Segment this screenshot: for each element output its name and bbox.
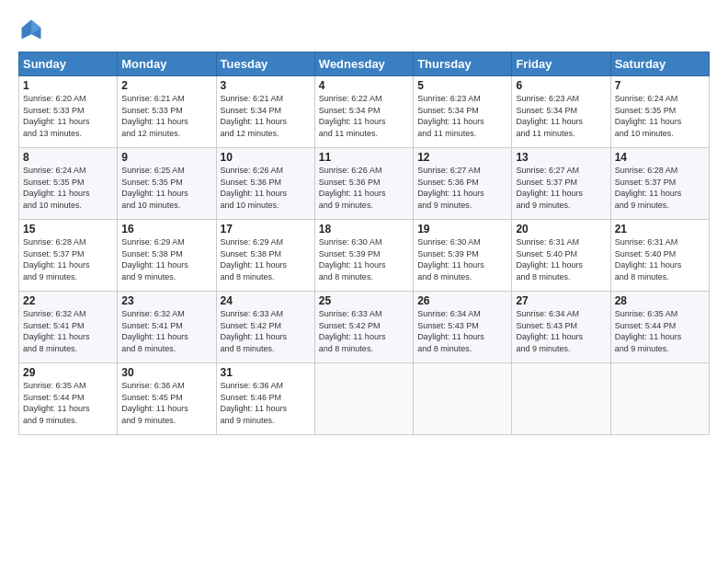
calendar-cell: 16Sunrise: 6:29 AMSunset: 5:38 PMDayligh… [118,220,216,292]
calendar-cell: 2Sunrise: 6:21 AMSunset: 5:33 PMDaylight… [118,76,216,148]
day-info: Sunrise: 6:26 AMSunset: 5:36 PMDaylight:… [221,165,311,211]
calendar-cell: 24Sunrise: 6:33 AMSunset: 5:42 PMDayligh… [216,292,314,363]
day-info: Sunrise: 6:27 AMSunset: 5:36 PMDaylight:… [417,165,507,211]
day-number: 26 [417,294,507,307]
calendar-cell: 6Sunrise: 6:23 AMSunset: 5:34 PMDaylight… [512,76,610,148]
calendar-day-header: Saturday [610,52,709,76]
calendar-cell: 13Sunrise: 6:27 AMSunset: 5:37 PMDayligh… [512,148,610,220]
day-info: Sunrise: 6:36 AMSunset: 5:46 PMDaylight:… [221,380,311,426]
calendar-cell: 26Sunrise: 6:34 AMSunset: 5:43 PMDayligh… [414,292,512,363]
calendar-cell: 8Sunrise: 6:24 AMSunset: 5:35 PMDaylight… [19,148,118,220]
calendar-cell: 18Sunrise: 6:30 AMSunset: 5:39 PMDayligh… [314,220,413,292]
calendar-cell [414,363,512,435]
day-number: 16 [121,223,211,236]
day-info: Sunrise: 6:35 AMSunset: 5:44 PMDaylight:… [23,380,113,426]
day-number: 10 [221,151,311,164]
day-number: 27 [516,294,606,307]
day-number: 2 [121,79,211,92]
calendar-cell [610,363,709,435]
calendar-cell: 15Sunrise: 6:28 AMSunset: 5:37 PMDayligh… [19,220,118,292]
day-number: 6 [516,79,606,92]
day-number: 18 [319,223,409,236]
calendar-cell: 3Sunrise: 6:21 AMSunset: 5:34 PMDaylight… [216,76,314,148]
calendar-table: SundayMondayTuesdayWednesdayThursdayFrid… [18,52,710,435]
day-number: 3 [221,79,311,92]
calendar-cell: 19Sunrise: 6:30 AMSunset: 5:39 PMDayligh… [414,220,512,292]
day-info: Sunrise: 6:23 AMSunset: 5:34 PMDaylight:… [516,93,606,139]
calendar-day-header: Tuesday [216,52,314,76]
calendar-header-row: SundayMondayTuesdayWednesdayThursdayFrid… [19,52,710,76]
day-number: 24 [221,294,311,307]
day-number: 12 [417,151,507,164]
calendar-week-row: 29Sunrise: 6:35 AMSunset: 5:44 PMDayligh… [19,363,710,435]
calendar-cell: 17Sunrise: 6:29 AMSunset: 5:38 PMDayligh… [216,220,314,292]
calendar-cell: 28Sunrise: 6:35 AMSunset: 5:44 PMDayligh… [610,292,709,363]
calendar-week-row: 15Sunrise: 6:28 AMSunset: 5:37 PMDayligh… [19,220,710,292]
day-number: 13 [516,151,606,164]
day-number: 8 [23,151,113,164]
calendar-week-row: 8Sunrise: 6:24 AMSunset: 5:35 PMDaylight… [19,148,710,220]
day-number: 1 [23,79,113,92]
calendar-week-row: 22Sunrise: 6:32 AMSunset: 5:41 PMDayligh… [19,292,710,363]
day-info: Sunrise: 6:33 AMSunset: 5:42 PMDaylight:… [319,308,409,354]
calendar-cell: 29Sunrise: 6:35 AMSunset: 5:44 PMDayligh… [19,363,118,435]
calendar-week-row: 1Sunrise: 6:20 AMSunset: 5:33 PMDaylight… [19,76,710,148]
day-info: Sunrise: 6:29 AMSunset: 5:38 PMDaylight:… [221,236,311,282]
calendar-cell: 23Sunrise: 6:32 AMSunset: 5:41 PMDayligh… [118,292,216,363]
calendar-cell: 25Sunrise: 6:33 AMSunset: 5:42 PMDayligh… [314,292,413,363]
day-number: 7 [615,79,705,92]
day-info: Sunrise: 6:27 AMSunset: 5:37 PMDaylight:… [516,165,606,211]
day-info: Sunrise: 6:34 AMSunset: 5:43 PMDaylight:… [417,308,507,354]
calendar-cell: 31Sunrise: 6:36 AMSunset: 5:46 PMDayligh… [216,363,314,435]
day-info: Sunrise: 6:22 AMSunset: 5:34 PMDaylight:… [319,93,409,139]
calendar-cell: 11Sunrise: 6:26 AMSunset: 5:36 PMDayligh… [314,148,413,220]
logo-icon [18,17,44,42]
logo [18,17,48,42]
day-info: Sunrise: 6:31 AMSunset: 5:40 PMDaylight:… [516,236,606,282]
day-number: 9 [121,151,211,164]
day-number: 29 [23,366,113,379]
day-number: 22 [23,294,113,307]
day-number: 20 [516,223,606,236]
day-info: Sunrise: 6:24 AMSunset: 5:35 PMDaylight:… [615,93,705,139]
day-number: 30 [121,366,211,379]
day-info: Sunrise: 6:26 AMSunset: 5:36 PMDaylight:… [319,165,409,211]
day-number: 17 [221,223,311,236]
day-info: Sunrise: 6:21 AMSunset: 5:33 PMDaylight:… [121,93,211,139]
day-info: Sunrise: 6:31 AMSunset: 5:40 PMDaylight:… [615,236,705,282]
calendar-cell: 7Sunrise: 6:24 AMSunset: 5:35 PMDaylight… [610,76,709,148]
calendar-cell: 4Sunrise: 6:22 AMSunset: 5:34 PMDaylight… [314,76,413,148]
day-number: 31 [221,366,311,379]
calendar-cell: 22Sunrise: 6:32 AMSunset: 5:41 PMDayligh… [19,292,118,363]
calendar-cell: 30Sunrise: 6:36 AMSunset: 5:45 PMDayligh… [118,363,216,435]
day-number: 21 [615,223,705,236]
day-number: 25 [319,294,409,307]
calendar-cell [314,363,413,435]
calendar-cell: 14Sunrise: 6:28 AMSunset: 5:37 PMDayligh… [610,148,709,220]
day-info: Sunrise: 6:36 AMSunset: 5:45 PMDaylight:… [121,380,211,426]
calendar-cell: 9Sunrise: 6:25 AMSunset: 5:35 PMDaylight… [118,148,216,220]
day-info: Sunrise: 6:30 AMSunset: 5:39 PMDaylight:… [417,236,507,282]
calendar-day-header: Thursday [414,52,512,76]
day-info: Sunrise: 6:20 AMSunset: 5:33 PMDaylight:… [23,93,113,139]
day-info: Sunrise: 6:32 AMSunset: 5:41 PMDaylight:… [23,308,113,354]
page: SundayMondayTuesdayWednesdayThursdayFrid… [0,0,728,563]
day-info: Sunrise: 6:33 AMSunset: 5:42 PMDaylight:… [221,308,311,354]
calendar-cell: 20Sunrise: 6:31 AMSunset: 5:40 PMDayligh… [512,220,610,292]
day-info: Sunrise: 6:23 AMSunset: 5:34 PMDaylight:… [417,93,507,139]
day-info: Sunrise: 6:30 AMSunset: 5:39 PMDaylight:… [319,236,409,282]
day-info: Sunrise: 6:24 AMSunset: 5:35 PMDaylight:… [23,165,113,211]
calendar-cell: 10Sunrise: 6:26 AMSunset: 5:36 PMDayligh… [216,148,314,220]
day-number: 14 [615,151,705,164]
day-info: Sunrise: 6:25 AMSunset: 5:35 PMDaylight:… [121,165,211,211]
calendar-cell [512,363,610,435]
day-info: Sunrise: 6:21 AMSunset: 5:34 PMDaylight:… [221,93,311,139]
day-info: Sunrise: 6:28 AMSunset: 5:37 PMDaylight:… [23,236,113,282]
calendar-day-header: Wednesday [314,52,413,76]
day-number: 4 [319,79,409,92]
day-number: 28 [615,294,705,307]
day-number: 15 [23,223,113,236]
calendar-cell: 5Sunrise: 6:23 AMSunset: 5:34 PMDaylight… [414,76,512,148]
calendar-day-header: Sunday [19,52,118,76]
calendar-cell: 1Sunrise: 6:20 AMSunset: 5:33 PMDaylight… [19,76,118,148]
